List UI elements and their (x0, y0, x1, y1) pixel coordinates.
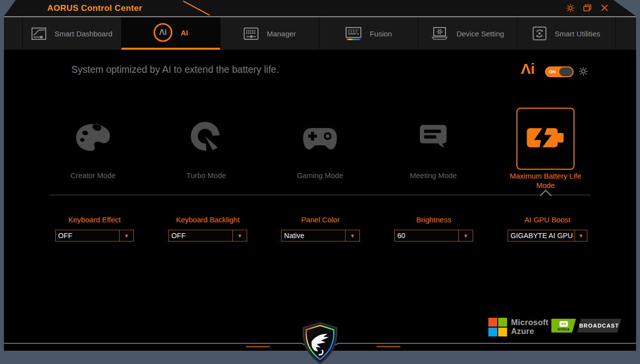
chevron-down-icon[interactable]: ▼ (232, 230, 247, 241)
keyboard-backlight-dropdown[interactable]: OFF ▼ (168, 230, 247, 242)
turbo-mode-label[interactable]: Turbo Mode (162, 171, 251, 180)
ai-gpu-boost-label: AI GPU Boost (508, 215, 587, 224)
microsoft-logo-icon (488, 318, 507, 336)
tab-label: AI (181, 29, 188, 37)
battery-bolt-icon (526, 124, 565, 153)
manager-icon (244, 28, 258, 40)
nvidia-broadcast-badge: NVIDIA BROADCAST (551, 319, 621, 333)
chevron-down-icon[interactable]: ▼ (345, 230, 359, 241)
dropdown-value: Native (284, 232, 304, 240)
ai-toggle-switch[interactable]: ON (545, 66, 574, 77)
keyboard-backlight-label: Keyboard Backlight (168, 215, 247, 224)
window-title: AORUS Control Center (47, 3, 142, 13)
restore-window-icon[interactable] (582, 3, 592, 13)
aorus-shield-logo (299, 322, 341, 364)
tab-ai[interactable]: Λi AI (121, 17, 220, 50)
turbo-mode-icon[interactable] (189, 121, 224, 154)
broadcast-label-plate: BROADCAST (577, 319, 621, 333)
tab-bar: Smart Dashboard Λi AI (4, 17, 636, 50)
dropdown-value: OFF (58, 232, 72, 240)
tab-smart-dashboard[interactable]: Smart Dashboard (22, 17, 121, 50)
ai-tab-icon: Λi (154, 23, 172, 42)
dropdown-value: 60 (397, 232, 405, 240)
ai-description: System optimized by AI to extend the bat… (71, 64, 279, 75)
tab-manager[interactable]: Manager (220, 17, 319, 50)
fusion-icon (346, 27, 361, 40)
maximum-battery-mode-button[interactable] (516, 108, 575, 170)
tab-label: Smart Dashboard (55, 30, 113, 38)
tab-smart-utilities[interactable]: Smart Utilities (517, 17, 616, 50)
ai-settings-gear-icon[interactable] (579, 67, 588, 78)
keyboard-effect-dropdown[interactable]: OFF ▼ (55, 230, 134, 242)
maximum-battery-mode-label[interactable]: Maximum Battery Life Mode (506, 172, 585, 190)
microsoft-azure-logo: Microsoft Azure (488, 318, 548, 336)
brightness-label: Brightness (394, 215, 473, 224)
app-window: AORUS Control Center (0, 0, 640, 364)
tab-device-setting[interactable]: Device Setting (418, 17, 517, 50)
window-controls (565, 3, 609, 13)
keyboard-effect-label: Keyboard Effect (55, 215, 134, 224)
toggle-knob (559, 67, 573, 76)
toggle-state-label: ON (549, 69, 556, 74)
tab-fusion[interactable]: Fusion (319, 17, 418, 50)
panel-color-dropdown[interactable]: Native ▼ (281, 230, 360, 242)
creator-mode-label[interactable]: Creator Mode (49, 171, 137, 180)
tab-label: Smart Utilities (555, 30, 601, 38)
dropdown-value: OFF (171, 232, 186, 240)
chevron-down-icon[interactable]: ▼ (119, 230, 133, 241)
smart-dashboard-icon (32, 28, 46, 40)
ai-gpu-boost-dropdown[interactable]: GIGABYTE AI GPU ▼ (508, 230, 587, 242)
chevron-down-icon[interactable]: ▼ (458, 230, 473, 241)
tab-label: Device Setting (456, 30, 504, 38)
tab-label: Fusion (370, 30, 392, 38)
close-icon[interactable] (600, 3, 609, 13)
section-divider (49, 195, 591, 195)
brightness-dropdown[interactable]: 60 ▼ (394, 230, 473, 242)
smart-utilities-icon (533, 27, 546, 40)
chevron-down-icon[interactable]: ▼ (575, 230, 587, 241)
nvidia-eye-icon (559, 321, 568, 327)
nvidia-wordmark: NVIDIA (557, 328, 570, 331)
gaming-mode-icon[interactable] (299, 126, 341, 153)
panel-color-label: Panel Color (281, 215, 360, 224)
dropdown-value: GIGABYTE AI GPU (511, 232, 573, 240)
gaming-mode-label[interactable]: Gaming Mode (276, 171, 364, 180)
meeting-mode-label[interactable]: Meeting Mode (389, 171, 478, 180)
title-slash-decoration (181, 0, 212, 16)
microsoft-azure-wordmark: Microsoft Azure (511, 318, 548, 336)
creator-mode-icon[interactable] (74, 123, 112, 154)
title-bar: AORUS Control Center (4, 0, 636, 16)
device-setting-icon (431, 27, 448, 40)
brightness-icon[interactable] (565, 3, 575, 13)
tab-label: Manager (267, 30, 296, 38)
ai-logo: Λi (521, 61, 535, 77)
nvidia-logo: NVIDIA (551, 319, 576, 333)
meeting-mode-icon[interactable] (418, 124, 448, 152)
